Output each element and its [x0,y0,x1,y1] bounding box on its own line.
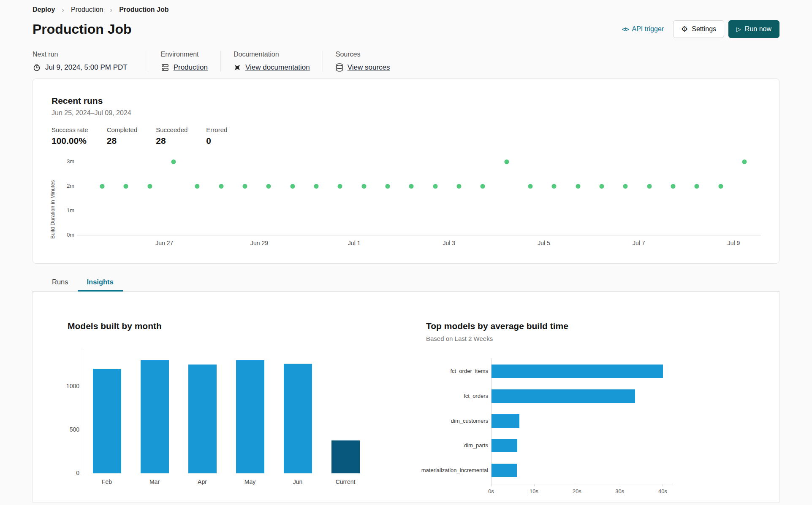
meta-label-next-run: Next run [33,51,128,58]
run-dot[interactable] [695,184,699,189]
stat-value-completed: 28 [107,136,138,146]
run-dot[interactable] [266,184,271,189]
insights-panel: Models built by month Top models by aver… [33,292,779,502]
model-name-label: materialization_incremental [361,467,488,473]
x-axis-tick-label: 10s [530,488,538,494]
run-dot[interactable] [409,184,414,189]
run-dot[interactable] [528,184,533,189]
settings-button-label: Settings [692,25,716,33]
bar-dim_customers[interactable] [492,414,519,428]
run-dot[interactable] [385,184,390,189]
bar-jun[interactable] [284,364,312,473]
run-dot[interactable] [576,184,580,189]
build-duration-chart: Build Duration in Minutes 0m1m2m3m Jun 2… [52,154,760,249]
recent-runs-card: Recent runs Jun 25, 2024–Jul 09, 2024 Su… [33,78,779,264]
run-now-button[interactable]: ▷ Run now [728,20,779,38]
y-axis-tick-label: 3m [52,158,74,165]
y-axis-tick-label: 0m [52,232,74,238]
x-axis-category-label: Jun [293,478,303,485]
model-name-label: fct_order_items [361,368,488,374]
meta-value-text-next-run: Jul 9, 2024, 5:00 PM PDT [45,63,128,72]
meta-value-sources: View sources [336,63,390,72]
x-axis-category-label: Apr [198,478,207,485]
bar-feb[interactable] [93,369,121,473]
models-built-by-month-title: Models built by month [68,321,162,331]
api-trigger-link[interactable]: </> API trigger [622,25,664,33]
x-axis-tick [663,484,663,486]
x-axis-category-label: Mar [149,478,160,485]
bar-fct_orders[interactable] [492,389,635,403]
stat-label-errored: Errored [206,126,227,133]
x-axis-category-label: Feb [102,478,112,485]
run-dot[interactable] [338,184,342,189]
y-axis-tick-label: 500 [50,426,79,433]
run-dot[interactable] [552,184,557,189]
recent-runs-title: Recent runs [52,96,760,106]
run-dot[interactable] [147,184,152,189]
x-axis-tick [620,484,620,486]
top-models-subtitle: Based on Last 2 Weeks [426,335,493,342]
run-dot[interactable] [718,184,723,189]
breadcrumb-item[interactable]: Deploy [33,6,55,14]
run-dot[interactable] [124,184,128,189]
x-axis-tick-label: Jul 9 [728,240,740,246]
run-dot[interactable] [100,184,104,189]
meta-value-text-documentation[interactable]: View documentation [245,63,310,72]
bar-apr[interactable] [188,365,217,473]
header-actions: </> API trigger ⚙ Settings ▷ Run now [622,20,779,38]
y-axis-tick-label: 1000 [50,383,79,389]
run-dot[interactable] [623,184,628,189]
run-dot[interactable] [671,184,676,189]
breadcrumb-chevron-icon: › [62,6,64,14]
run-dot[interactable] [361,184,366,189]
x-axis-tick-label: 0s [488,488,494,494]
stat-value-success-rate: 100.00% [52,136,88,146]
tab-runs[interactable]: Runs [43,273,78,292]
run-dot[interactable] [504,159,509,164]
run-dot[interactable] [481,184,485,189]
bar-current[interactable] [331,440,360,473]
stat-label-succeeded: Succeeded [156,126,187,133]
bar-fct_order_items[interactable] [492,365,663,378]
meta-value-text-environment[interactable]: Production [174,63,208,72]
settings-button[interactable]: ⚙ Settings [673,20,724,38]
docs-icon [234,64,241,71]
clock-icon [33,63,41,72]
bar-may[interactable] [236,360,264,473]
environment-icon [161,63,169,72]
run-dot[interactable] [600,184,604,189]
x-axis-tick [491,484,492,486]
tab-insights[interactable]: Insights [78,273,123,292]
run-dot[interactable] [290,184,295,189]
run-dot[interactable] [647,184,652,189]
meta-value-next-run: Jul 9, 2024, 5:00 PM PDT [33,63,128,72]
scatter-plot-area [77,156,760,235]
gear-icon: ⚙ [681,25,688,33]
code-icon: </> [622,26,629,32]
run-dot[interactable] [742,159,747,164]
meta-value-text-sources[interactable]: View sources [348,63,390,72]
bar-materialization_incremental[interactable] [492,464,517,477]
y-axis-tick-label: 2m [52,183,74,189]
tab-bar: RunsInsights [33,273,779,292]
run-dot[interactable] [242,184,247,189]
left-chart-y-axis-line [83,349,83,473]
run-dot[interactable] [195,184,200,189]
run-dot[interactable] [457,184,462,189]
model-name-label: dim_customers [361,418,488,424]
meta-next-run: Next runJul 9, 2024, 5:00 PM PDT [33,51,148,72]
bar-mar[interactable] [141,360,169,473]
run-dot[interactable] [433,184,437,189]
database-icon [336,63,343,72]
run-dot[interactable] [171,159,176,164]
bar-dim_parts[interactable] [492,439,517,452]
model-name-label: fct_orders [361,393,488,399]
breadcrumb-item[interactable]: Production [71,6,103,14]
stat-value-errored: 0 [206,136,227,146]
breadcrumb: Deploy›Production›Production Job [33,0,779,14]
x-axis-category-label: May [244,478,255,485]
run-dot[interactable] [219,184,223,189]
run-dot[interactable] [314,184,318,189]
stat-succeeded: Succeeded28 [156,126,187,146]
header-button-group: ⚙ Settings ▷ Run now [673,20,779,38]
